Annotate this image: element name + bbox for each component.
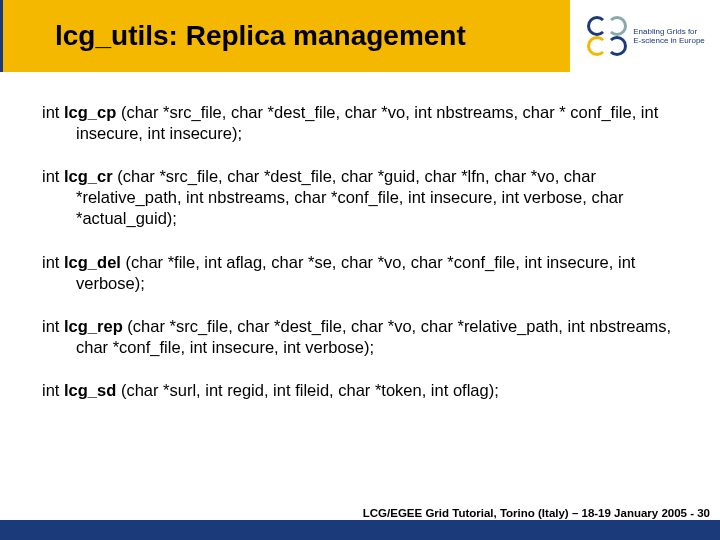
- func-lcg-cr: int lcg_cr (char *src_file, char *dest_f…: [42, 166, 678, 229]
- func-lcg-sd: int lcg_sd (char *surl, int regid, int f…: [42, 380, 678, 401]
- content-area: int lcg_cp (char *src_file, char *dest_f…: [0, 72, 720, 401]
- footer-bar: [0, 520, 720, 540]
- egee-logo-mark: [585, 14, 629, 58]
- logo-block: Enabling Grids for E-science in Europe: [570, 0, 720, 72]
- func-lcg-del: int lcg_del (char *file, int aflag, char…: [42, 252, 678, 294]
- slide-title: lcg_utils: Replica management: [55, 20, 466, 52]
- egee-logo-text: Enabling Grids for E-science in Europe: [633, 27, 705, 45]
- func-lcg-rep: int lcg_rep (char *src_file, char *dest_…: [42, 316, 678, 358]
- egee-logo: Enabling Grids for E-science in Europe: [585, 14, 705, 58]
- func-lcg-cp: int lcg_cp (char *src_file, char *dest_f…: [42, 102, 678, 144]
- title-bar: lcg_utils: Replica management Enabling G…: [0, 0, 720, 72]
- logo-line-2: E-science in Europe: [633, 36, 705, 45]
- logo-line-1: Enabling Grids for: [633, 27, 705, 36]
- footer-text: LCG/EGEE Grid Tutorial, Torino (Italy) –…: [363, 507, 710, 519]
- slide: lcg_utils: Replica management Enabling G…: [0, 0, 720, 540]
